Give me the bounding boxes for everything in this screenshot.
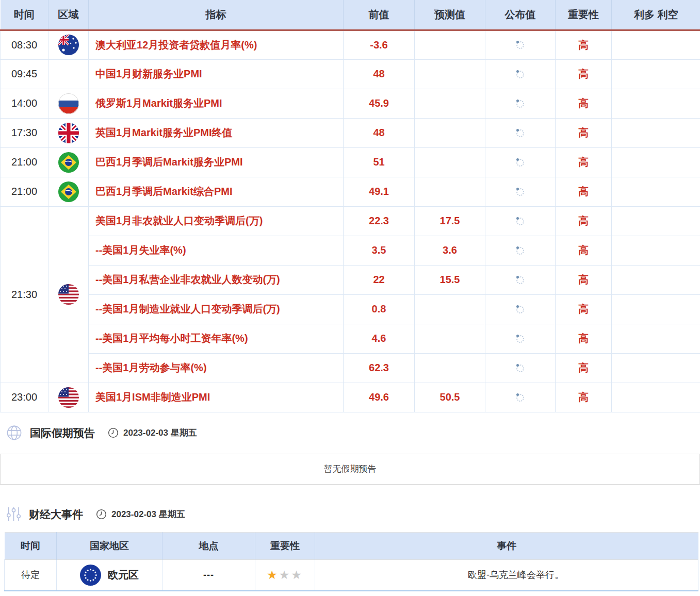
importance-cell: 高: [556, 353, 612, 383]
col-header-event: 事件: [315, 532, 698, 559]
time-cell: 23:00: [1, 383, 48, 412]
time-cell: 17:30: [1, 118, 48, 147]
section-date: 2023-02-03 星期五: [111, 508, 185, 520]
region-cell: [48, 89, 89, 118]
loading-spinner-icon: [516, 365, 524, 372]
holiday-empty-message: 暂无假期预告: [324, 463, 377, 475]
loading-spinner-icon: [516, 218, 524, 225]
indicator-cell: --美国1月私营企业非农就业人数变动(万): [89, 265, 344, 294]
section-date: 2023-02-03 星期五: [123, 427, 197, 439]
published-value-cell: [485, 383, 556, 412]
star-empty-icon: ★: [279, 568, 291, 582]
flag-usa-icon: [58, 284, 79, 305]
sliders-icon: [6, 506, 21, 522]
sentiment-cell: [612, 383, 700, 412]
col-header-location: 地点: [162, 532, 255, 559]
event-location-cell: ---: [162, 559, 255, 591]
sentiment-cell: [612, 294, 700, 324]
prev-value-cell: 49.6: [344, 383, 415, 412]
col-header-forecast: 预测值: [415, 0, 485, 30]
flag-brazil-icon: [58, 152, 79, 173]
forecast-value-cell: 15.5: [415, 265, 485, 294]
indicator-cell: --美国1月制造业就业人口变动季调后(万): [89, 294, 344, 324]
published-value-cell: [485, 294, 556, 324]
published-value-cell: [485, 89, 556, 118]
table-row: 09:45 中国1月财新服务业PMI 48 高: [1, 59, 700, 89]
time-cell: 21:00: [1, 147, 48, 177]
indicator-cell: 俄罗斯1月Markit服务业PMI: [89, 89, 344, 118]
prev-value-cell: 3.5: [344, 236, 415, 265]
holiday-section-header: 国际假期预告 2023-02-03 星期五: [6, 424, 700, 442]
table-row: --美国1月制造业就业人口变动季调后(万) 0.8 高: [1, 294, 700, 324]
table-row: --美国1月失业率(%) 3.5 3.6 高: [1, 236, 700, 265]
loading-spinner-icon: [516, 394, 524, 402]
clock-icon: [108, 427, 119, 438]
indicator-cell: 美国1月非农就业人口变动季调后(万): [89, 206, 344, 236]
prev-value-cell: 48: [344, 59, 415, 89]
forecast-value-cell: [415, 353, 485, 383]
event-importance-cell: ★★★: [255, 559, 315, 591]
table-row: 21:00 巴西1月季调后Markit综合PMI 49.1 高: [1, 177, 700, 206]
importance-cell: 高: [556, 89, 612, 118]
indicator-cell: --美国1月劳动参与率(%): [89, 353, 344, 383]
star-empty-icon: ★: [291, 568, 303, 582]
flag-usa-icon: [58, 387, 79, 408]
event-time-cell: 待定: [5, 559, 57, 591]
forecast-value-cell: 17.5: [415, 206, 485, 236]
region-cell: [48, 30, 89, 59]
table-row: 23:00: [1, 383, 700, 412]
col-header-published: 公布值: [485, 0, 556, 30]
sentiment-cell: [612, 353, 700, 383]
indicator-cell: --美国1月平均每小时工资年率(%): [89, 324, 344, 353]
prev-value-cell: -3.6: [344, 30, 415, 59]
sentiment-cell: [612, 206, 700, 236]
time-cell: 09:45: [1, 59, 48, 89]
forecast-value-cell: [415, 177, 485, 206]
importance-cell: 高: [556, 236, 612, 265]
loading-spinner-icon: [516, 71, 524, 78]
sentiment-cell: [612, 59, 700, 89]
col-header-importance: 重要性: [255, 532, 315, 559]
col-header-time: 时间: [1, 0, 48, 30]
section-title: 财经大事件: [29, 507, 83, 522]
sentiment-cell: [612, 236, 700, 265]
economic-calendar-table: 时间 区域 指标 前值 预测值 公布值 重要性 利多 利空 08:30: [0, 0, 700, 412]
holiday-empty-box: 暂无假期预告: [0, 454, 700, 485]
published-value-cell: [485, 30, 556, 59]
flag-eu-icon: [80, 565, 101, 586]
event-description-cell: 欧盟-乌克兰峰会举行。: [315, 559, 698, 591]
events-section-header: 财经大事件 2023-02-03 星期五: [6, 505, 700, 524]
published-value-cell: [485, 324, 556, 353]
importance-cell: 高: [556, 294, 612, 324]
indicator-cell: 英国1月Markit服务业PMI终值: [89, 118, 344, 147]
importance-cell: 高: [556, 265, 612, 294]
importance-cell: 高: [556, 383, 612, 412]
table-row: 17:30 英国1月Markit服务业PMI终值 48 高: [1, 118, 700, 147]
region-cell: [48, 59, 89, 89]
forecast-value-cell: [415, 324, 485, 353]
published-value-cell: [485, 177, 556, 206]
sentiment-cell: [612, 118, 700, 147]
prev-value-cell: 49.1: [344, 177, 415, 206]
loading-spinner-icon: [516, 100, 524, 108]
table-row: 08:30: [1, 30, 700, 59]
forecast-value-cell: 50.5: [415, 383, 485, 412]
flag-uk-icon: [58, 123, 79, 143]
published-value-cell: [485, 59, 556, 89]
loading-spinner-icon: [516, 188, 524, 196]
loading-spinner-icon: [516, 129, 524, 137]
published-value-cell: [485, 353, 556, 383]
prev-value-cell: 45.9: [344, 89, 415, 118]
events-table: 时间 国家地区 地点 重要性 事件 待定: [4, 532, 698, 592]
forecast-value-cell: [415, 89, 485, 118]
prev-value-cell: 48: [344, 118, 415, 147]
loading-spinner-icon: [516, 247, 524, 255]
table-row: 21:30: [1, 206, 700, 236]
published-value-cell: [485, 118, 556, 147]
time-cell: 14:00: [1, 89, 48, 118]
table-row: --美国1月平均每小时工资年率(%) 4.6 高: [1, 324, 700, 353]
flag-brazil-icon: [58, 181, 79, 202]
indicator-cell: 巴西1月季调后Markit服务业PMI: [89, 147, 344, 177]
table-row: --美国1月劳动参与率(%) 62.3 高: [1, 353, 700, 383]
loading-spinner-icon: [516, 335, 524, 343]
